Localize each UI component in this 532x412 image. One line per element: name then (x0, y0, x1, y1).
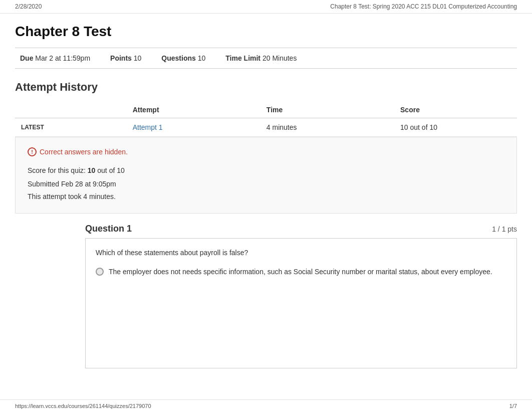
questions-value-text: 10 (198, 54, 206, 62)
correct-answers-notice: ! Correct answers are hidden. (28, 147, 504, 156)
score-section: ! Correct answers are hidden. Score for … (15, 137, 517, 214)
score-number: 10 (88, 166, 96, 174)
correct-answers-text: Correct answers are hidden. (40, 148, 128, 156)
points-label: Points (110, 54, 132, 62)
attempt-history-title: Attempt History (15, 81, 517, 94)
col-header-status (15, 102, 127, 118)
question-section: Question 1 1 / 1 pts Which of these stat… (85, 214, 517, 373)
table-row: LATEST Attempt 1 4 minutes 10 out of 10 (15, 118, 517, 137)
radio-button-1[interactable] (96, 268, 104, 276)
attempt-status: LATEST (15, 118, 127, 137)
info-icon: ! (28, 147, 37, 156)
top-date: 2/28/2020 (15, 3, 42, 10)
meta-time-limit: Time Limit 20 Minutes (225, 54, 297, 62)
question-pts: 1 / 1 pts (492, 225, 517, 233)
answer-text-1: The employer does not needs specific inf… (109, 267, 492, 277)
page-title: Chapter 8 Test (15, 24, 517, 40)
attempt-table: Attempt Time Score LATEST Attempt 1 4 mi… (15, 102, 517, 137)
question-text: Which of these statements about payroll … (96, 249, 506, 257)
meta-due: Due Mar 2 at 11:59pm (20, 54, 90, 62)
col-header-score: Score (394, 102, 517, 118)
attempt-link-cell[interactable]: Attempt 1 (127, 118, 260, 137)
attempt-link[interactable]: Attempt 1 (133, 123, 163, 131)
meta-points: Points 10 (110, 54, 141, 62)
question-title: Question 1 (85, 224, 132, 234)
due-label: Due (20, 54, 33, 62)
question-box: Which of these statements about payroll … (85, 238, 517, 368)
submitted-line: Submitted Feb 28 at 9:05pm (28, 178, 504, 190)
attempt-took-line: This attempt took 4 minutes. (28, 190, 504, 203)
question-header: Question 1 1 / 1 pts (85, 219, 517, 238)
top-course: Chapter 8 Test: Spring 2020 ACC 215 DL01… (330, 3, 517, 10)
time-limit-label: Time Limit (225, 54, 260, 62)
score-line: Score for this quiz: 10 out of 10 (28, 163, 504, 178)
col-header-attempt: Attempt (127, 102, 260, 118)
time-limit-value-text: 20 Minutes (262, 54, 297, 62)
score-out-of-text: out of 10 (97, 166, 125, 174)
meta-bar: Due Mar 2 at 11:59pm Points 10 Questions… (15, 48, 517, 69)
questions-label: Questions (161, 54, 195, 62)
meta-questions: Questions 10 (161, 54, 205, 62)
score-details: Score for this quiz: 10 out of 10 Submit… (28, 163, 504, 203)
attempt-time: 4 minutes (260, 118, 394, 137)
col-header-time: Time (260, 102, 394, 118)
answer-option-1: The employer does not needs specific inf… (96, 267, 506, 277)
score-label: Score for this quiz: (28, 166, 86, 174)
points-value-text: 10 (134, 54, 142, 62)
attempt-score: 10 out of 10 (394, 118, 517, 137)
due-value-text: Mar 2 at 11:59pm (35, 54, 90, 62)
